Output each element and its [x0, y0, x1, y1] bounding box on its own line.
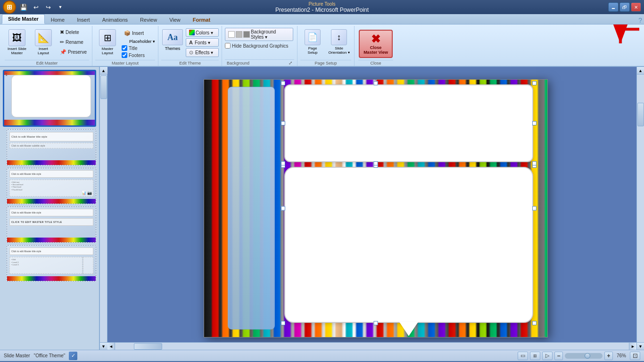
ribbon-group-background: Background Styles ▾ Hide Background Grap…	[222, 26, 297, 66]
handle-bm[interactable]	[374, 321, 378, 325]
status-left: Slide Master "Office Theme" ✓	[4, 352, 77, 360]
hide-background-checkbox[interactable]: Hide Background Graphics	[225, 43, 294, 49]
window-controls: 🗕 🗗 ✕	[608, 2, 641, 12]
background-expand[interactable]: ⤢	[289, 60, 292, 66]
ribbon-group-edit-master: 🖼 Insert SlideMaster 📐 InsertLayout ✖ De…	[2, 26, 92, 66]
dropdown-icon[interactable]: ▼	[56, 2, 65, 12]
zoom-in-button[interactable]: +	[604, 352, 613, 360]
status-checkmark: ✓	[69, 352, 77, 360]
background-styles-button[interactable]: Background Styles ▾	[225, 28, 293, 41]
footers-checkbox[interactable]: Footers	[122, 52, 155, 58]
view-mode-label: Slide Master	[4, 353, 30, 358]
handle-br[interactable]	[532, 321, 537, 325]
save-icon[interactable]: 💾	[19, 2, 28, 12]
canvas-scroll-down[interactable]: ▼	[637, 342, 644, 350]
slide-thumb-3[interactable]: Click to edit Master title style • Edit …	[7, 168, 96, 204]
delete-button[interactable]: ✖ Delete	[58, 28, 89, 37]
tab-view[interactable]: View	[163, 15, 187, 24]
title-text-box[interactable]	[284, 84, 533, 162]
slide-orientation-button[interactable]: ↕ SlideOrientation ▾	[327, 27, 351, 57]
slide-thumb-1[interactable]: 1	[3, 70, 96, 127]
tab-review[interactable]: Review	[134, 15, 163, 24]
scroll-thumb[interactable]	[100, 75, 107, 99]
maximize-button[interactable]: 🗗	[619, 2, 630, 12]
undo-icon[interactable]: ↩	[31, 2, 41, 12]
handle-outer-tr[interactable]	[532, 81, 537, 85]
canvas-scroll-up[interactable]: ▲	[637, 67, 644, 74]
close-master-view-button[interactable]: ✖ CloseMaster View	[359, 30, 393, 58]
minimize-button[interactable]: 🗕	[608, 2, 619, 12]
office-button[interactable]: ⊞	[3, 0, 16, 14]
theme-label: "Office Theme"	[34, 353, 66, 358]
help-icon[interactable]: ?	[638, 16, 642, 24]
effects-dropdown[interactable]: ⊙ Effects ▾	[186, 48, 219, 57]
tab-slide-master[interactable]: Slide Master	[2, 14, 45, 24]
handle-outer-bl-top[interactable]	[281, 161, 285, 165]
handle-mr[interactable]	[532, 206, 537, 211]
fit-to-window-button[interactable]: ⊡	[630, 352, 640, 360]
quick-access-toolbar: ⊞ 💾 ↩ ↪ ▼	[3, 0, 65, 14]
canvas-scroll-h-thumb[interactable]	[134, 343, 162, 350]
page-setup-button[interactable]: 📄 PageSetup	[300, 27, 325, 57]
title-center: Picture Tools Presentation2 - Microsoft …	[275, 1, 369, 13]
insert-layout-button[interactable]: 📐 InsertLayout	[31, 27, 56, 58]
title-checkbox[interactable]: Title	[122, 45, 155, 51]
themes-button[interactable]: Aa Themes	[161, 27, 184, 53]
fonts-dropdown[interactable]: A Fonts ▾	[186, 38, 219, 47]
canvas-scroll-thumb[interactable]	[637, 103, 644, 126]
zoom-slider[interactable]	[565, 353, 603, 359]
edit-theme-label: Edit Theme	[161, 60, 219, 66]
scroll-down-arrow[interactable]: ▼	[100, 342, 107, 350]
slide-panel: 1 Click to edit Master title style Click…	[0, 67, 100, 350]
tab-format[interactable]: Format	[187, 15, 216, 24]
slide-thumb-5[interactable]: Click to edit Master title style • Edit•…	[7, 245, 96, 281]
scroll-up-arrow[interactable]: ▲	[100, 67, 107, 74]
canvas-scroll-left[interactable]: ◄	[107, 343, 115, 350]
ribbon-group-close: ✖ CloseMaster View Close	[355, 26, 397, 66]
handle-bl[interactable]	[281, 321, 285, 325]
zoom-percentage: 76%	[615, 353, 628, 358]
page-setup-label: Page Setup	[300, 60, 351, 66]
handle-outer-tl[interactable]	[281, 81, 285, 85]
main-slide[interactable]	[204, 79, 548, 337]
left-vertical-panel[interactable]	[228, 87, 275, 329]
insert-slide-master-button[interactable]: 🖼 Insert SlideMaster	[5, 27, 29, 58]
slide-thumb-2[interactable]: Click to edit Master title style Click t…	[7, 129, 96, 165]
handle-outer-bm-top[interactable]	[374, 161, 378, 165]
tab-insert[interactable]: Insert	[71, 15, 96, 24]
main-area: 1 Click to edit Master title style Click…	[0, 67, 644, 350]
redo-icon[interactable]: ↪	[43, 2, 53, 12]
close-button[interactable]: ✕	[631, 2, 641, 12]
canvas-scrollbar-h[interactable]: ◄ ►	[107, 342, 636, 350]
slide-sorter-button[interactable]: ⊞	[530, 352, 540, 360]
handle-outer-br-top[interactable]	[532, 161, 537, 165]
handle-outer-ml-top[interactable]	[281, 121, 285, 125]
slide-thumb-4[interactable]: Click to edit Master title style CLICK T…	[7, 206, 96, 243]
colors-dropdown[interactable]: Colors ▾	[186, 28, 219, 37]
slide-panel-scrollbar[interactable]: ▲ ▼	[100, 67, 107, 350]
normal-view-button[interactable]: ▭	[518, 352, 528, 360]
rename-button[interactable]: ✏ Rename	[58, 38, 89, 47]
ribbon-group-edit-theme: Aa Themes Colors ▾ A Fonts ▾ ⊙ Effects ▾	[158, 26, 222, 66]
preserve-button[interactable]: 📌 Preserve	[58, 48, 89, 57]
zoom-out-button[interactable]: −	[554, 352, 563, 360]
insert-placeholder-button[interactable]: 📦Insert	[122, 29, 155, 38]
canvas-area: ▲ ▼ ◄ ►	[107, 67, 644, 350]
tab-animations[interactable]: Animations	[96, 15, 134, 24]
slide-1-num: 1	[5, 72, 8, 77]
picture-tools-label: Picture Tools	[308, 1, 335, 7]
canvas-scroll-right[interactable]: ►	[629, 343, 636, 350]
tab-home[interactable]: Home	[45, 15, 71, 24]
insert-placeholder-dropdown[interactable]: Placeholder ▾	[129, 39, 155, 44]
close-label: Close	[358, 60, 393, 66]
handle-outer-mr-top[interactable]	[532, 121, 537, 125]
master-layout-button[interactable]: ⊞ MasterLayout	[95, 27, 120, 58]
ribbon-tab-row: Slide Master Home Insert Animations Revi…	[0, 14, 644, 25]
handle-outer-tm[interactable]	[374, 81, 378, 85]
window-title: Presentation2 - Microsoft PowerPoint	[275, 7, 369, 13]
canvas-scrollbar-v[interactable]: ▲ ▼	[636, 67, 644, 350]
speech-bubble-shape[interactable]	[284, 167, 533, 323]
ribbon-group-master-layout: ⊞ MasterLayout 📦Insert Placeholder ▾ Tit…	[92, 26, 158, 66]
handle-ml[interactable]	[281, 206, 285, 211]
slideshow-button[interactable]: ▷	[542, 352, 553, 360]
